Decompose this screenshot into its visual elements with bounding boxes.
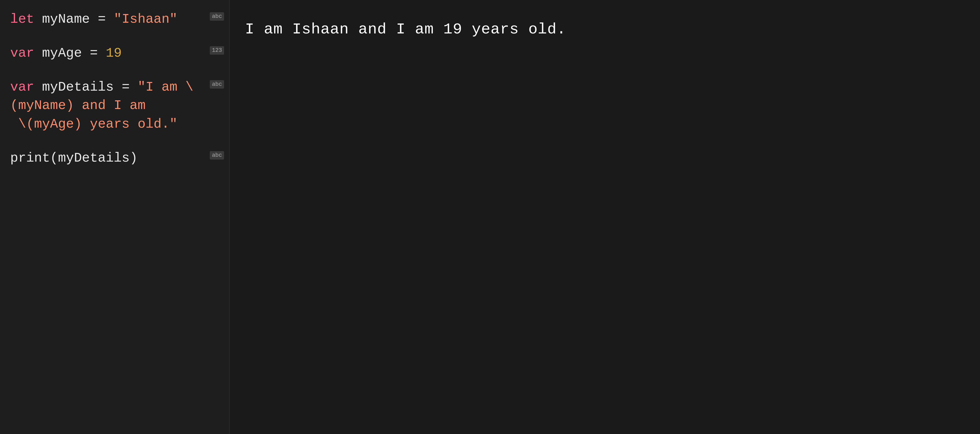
code-line-1: let myName = "Ishaan" abc: [10, 10, 229, 29]
code-line-2: var myAge = 19 123: [10, 44, 229, 63]
number-value-1: 19: [106, 46, 121, 61]
keyword-let: let: [10, 12, 34, 27]
output-pane: I am Ishaan and I am 19 years old.: [230, 0, 980, 434]
type-badge-3: abc: [210, 80, 224, 89]
code-line-3: var myDetails = "I am \(myName) and I am…: [10, 78, 229, 134]
editor-pane: let myName = "Ishaan" abc var myAge = 19…: [0, 0, 230, 434]
code-content-1: let myName = "Ishaan": [10, 10, 229, 29]
code-content-2: var myAge = 19: [10, 44, 229, 63]
code-content-4: print(myDetails): [10, 149, 229, 168]
code-line-4: print(myDetails) abc: [10, 149, 229, 168]
code-text-4a: print(myDetails): [10, 151, 138, 166]
keyword-var-2: var: [10, 80, 34, 95]
string-value-1: "Ishaan": [114, 12, 178, 27]
output-text: I am Ishaan and I am 19 years old.: [245, 18, 965, 41]
keyword-var-1: var: [10, 46, 34, 61]
type-badge-1: abc: [210, 12, 224, 21]
type-badge-4: abc: [210, 151, 224, 160]
code-text-3a: myDetails =: [34, 80, 138, 95]
code-text-2a: myAge =: [34, 46, 106, 61]
code-text-1a: myName =: [34, 12, 114, 27]
code-content-3: var myDetails = "I am \(myName) and I am…: [10, 78, 229, 134]
type-badge-2: 123: [210, 46, 224, 55]
string-value-2b: \(myAge) years old.": [10, 116, 177, 132]
